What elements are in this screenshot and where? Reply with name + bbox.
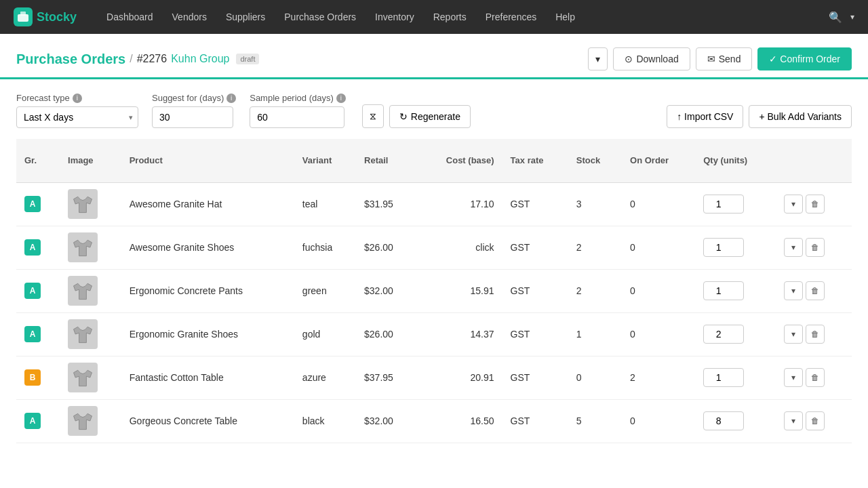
gr-badge: A — [24, 326, 41, 342]
row-tax: GST — [502, 269, 568, 312]
row-stock: 3 — [568, 182, 622, 226]
row-gr: A — [16, 226, 60, 269]
nav-inventory[interactable]: Inventory — [366, 0, 424, 34]
search-icon[interactable]: 🔍 — [829, 11, 842, 24]
download-icon: ⊙ — [625, 54, 633, 64]
row-dropdown-button[interactable]: ▾ — [784, 281, 803, 300]
nav-suppliers[interactable]: Suppliers — [216, 0, 275, 34]
product-image — [68, 232, 98, 262]
row-retail: $32.00 — [356, 269, 416, 312]
filter-button[interactable]: ⧖ — [362, 104, 384, 128]
regenerate-button[interactable]: ↻ Regenerate — [389, 105, 471, 128]
row-cost: 16.50 — [416, 399, 502, 443]
row-image — [60, 356, 121, 399]
row-qty — [695, 269, 776, 312]
forecast-type-label: Forecast type i — [16, 93, 138, 103]
row-delete-button[interactable]: 🗑 — [806, 325, 825, 344]
qty-input[interactable] — [703, 368, 744, 387]
row-qty — [695, 399, 776, 443]
row-product: Awesome Granite Shoes — [121, 226, 294, 269]
qty-input[interactable] — [703, 281, 744, 300]
nav-reports[interactable]: Reports — [424, 0, 476, 34]
nav-right: 🔍 ▾ — [829, 11, 854, 24]
col-tax: Tax rate — [502, 139, 568, 182]
row-actions: ▾ 🗑 — [776, 399, 852, 443]
row-dropdown-button[interactable]: ▾ — [784, 368, 803, 387]
sample-info-icon[interactable]: i — [336, 94, 346, 103]
row-delete-button[interactable]: 🗑 — [806, 368, 825, 387]
import-csv-button[interactable]: ↑ Import CSV — [667, 105, 743, 128]
row-image — [60, 312, 121, 356]
breadcrumb-sep: / — [130, 53, 132, 65]
forecast-info-icon[interactable]: i — [73, 94, 82, 103]
row-cost: 15.91 — [416, 269, 502, 312]
user-menu-arrow[interactable]: ▾ — [850, 12, 854, 22]
row-variant: green — [294, 269, 356, 312]
table-header: Gr. Image Product Variant Retail Cost (b… — [16, 139, 852, 182]
row-actions: ▾ 🗑 — [776, 269, 852, 312]
send-icon: ✉ — [707, 54, 715, 64]
more-dropdown-button[interactable]: ▾ — [588, 47, 608, 70]
qty-input[interactable] — [703, 325, 744, 344]
row-delete-button[interactable]: 🗑 — [806, 281, 825, 300]
forecast-type-select[interactable]: Last X days Average Manual — [16, 106, 138, 128]
qty-input[interactable] — [703, 238, 744, 257]
row-delete-button[interactable]: 🗑 — [806, 238, 825, 257]
row-stock: 2 — [568, 269, 622, 312]
products-table-wrap: Gr. Image Product Variant Retail Cost (b… — [0, 139, 868, 443]
row-retail: $26.00 — [356, 226, 416, 269]
row-gr: B — [16, 356, 60, 399]
table-row: A Ergonomic Granite Shoes gold $26.00 14… — [16, 312, 852, 356]
download-button[interactable]: ⊙ Download — [613, 47, 690, 70]
row-gr: A — [16, 312, 60, 356]
row-actions: ▾ 🗑 — [776, 356, 852, 399]
order-id: #2276 — [137, 53, 167, 65]
nav-help[interactable]: Help — [546, 0, 585, 34]
qty-input[interactable] — [703, 411, 744, 430]
col-image: Image — [60, 139, 121, 182]
row-gr: A — [16, 399, 60, 443]
send-button[interactable]: ✉ Send — [696, 47, 753, 70]
sample-period-input[interactable] — [250, 106, 344, 128]
table-row: B Fantastic Cotton Table azure $37.95 20… — [16, 356, 852, 399]
row-dropdown-button[interactable]: ▾ — [784, 195, 803, 214]
table-row: A Gorgeous Concrete Table black $32.00 1… — [16, 399, 852, 443]
row-tax: GST — [502, 356, 568, 399]
filter-actions: ⧖ ↻ Regenerate — [362, 104, 471, 128]
suggest-days-group: Suggest for (days) i — [152, 93, 236, 128]
sample-period-label: Sample period (days) i — [250, 93, 346, 103]
nav-dashboard[interactable]: Dashboard — [97, 0, 163, 34]
row-dropdown-button[interactable]: ▾ — [784, 325, 803, 344]
suggest-days-input[interactable] — [152, 106, 233, 128]
row-dropdown-button[interactable]: ▾ — [784, 411, 803, 430]
bulk-add-variants-button[interactable]: + Bulk Add Variants — [749, 105, 852, 128]
svg-rect-1 — [20, 12, 26, 16]
row-cost: 17.10 — [416, 182, 502, 226]
row-cost: 20.91 — [416, 356, 502, 399]
col-gr: Gr. — [16, 139, 60, 182]
purchase-orders-link[interactable]: Purchase Orders — [16, 52, 125, 67]
product-image — [68, 276, 98, 306]
nav-preferences[interactable]: Preferences — [476, 0, 546, 34]
col-stock: Stock — [568, 139, 622, 182]
confirm-order-button[interactable]: ✓ Confirm Order — [757, 47, 852, 70]
row-image — [60, 182, 121, 226]
row-stock: 0 — [568, 356, 622, 399]
row-product: Fantastic Cotton Table — [121, 356, 294, 399]
row-delete-button[interactable]: 🗑 — [806, 195, 825, 214]
navbar: Stocky Dashboard Vendors Suppliers Purch… — [0, 0, 868, 34]
nav-purchase-orders[interactable]: Purchase Orders — [275, 0, 366, 34]
suggest-info-icon[interactable]: i — [226, 94, 236, 103]
qty-input[interactable] — [703, 195, 744, 214]
logo[interactable]: Stocky — [14, 7, 77, 26]
nav-vendors[interactable]: Vendors — [163, 0, 216, 34]
supplier-link[interactable]: Kuhn Group — [171, 53, 229, 65]
row-dropdown-button[interactable]: ▾ — [784, 238, 803, 257]
row-variant: azure — [294, 356, 356, 399]
row-delete-button[interactable]: 🗑 — [806, 411, 825, 430]
row-retail: $26.00 — [356, 312, 416, 356]
row-variant: teal — [294, 182, 356, 226]
col-cost: Cost (base) — [416, 139, 502, 182]
row-on-order: 0 — [622, 399, 695, 443]
row-retail: $37.95 — [356, 356, 416, 399]
